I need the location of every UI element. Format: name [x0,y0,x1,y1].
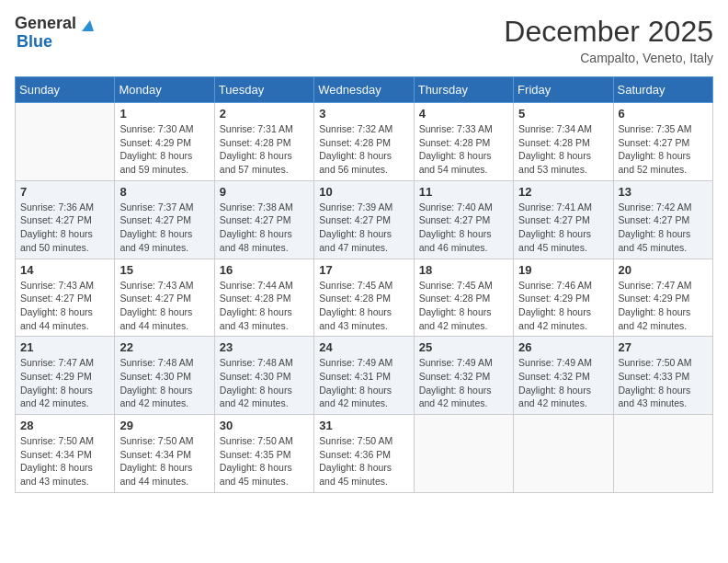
day-info: Sunrise: 7:39 AMSunset: 4:27 PMDaylight:… [319,201,408,255]
day-number: 28 [20,419,109,432]
calendar-day-cell: 25Sunrise: 7:49 AMSunset: 4:32 PMDayligh… [414,337,513,415]
day-number: 10 [319,185,408,199]
day-number: 15 [119,263,209,277]
day-info: Sunrise: 7:36 AMSunset: 4:27 PMDaylight:… [20,201,109,255]
day-number: 2 [220,107,309,121]
calendar-day-cell [613,415,712,493]
day-number: 4 [419,107,508,121]
logo-blue: Blue [17,33,52,52]
day-info: Sunrise: 7:37 AMSunset: 4:27 PMDaylight:… [119,201,209,255]
day-number: 14 [20,263,109,277]
calendar-day-cell: 19Sunrise: 7:46 AMSunset: 4:29 PMDayligh… [514,259,613,337]
day-info: Sunrise: 7:47 AMSunset: 4:29 PMDaylight:… [20,356,109,410]
day-number: 19 [518,263,608,277]
calendar-day-cell: 28Sunrise: 7:50 AMSunset: 4:34 PMDayligh… [16,415,115,493]
calendar-day-cell: 16Sunrise: 7:44 AMSunset: 4:28 PMDayligh… [214,259,313,337]
calendar-week-row: 7Sunrise: 7:36 AMSunset: 4:27 PMDaylight… [16,180,713,259]
month-year: December 2025 [504,15,713,49]
day-number: 22 [119,340,209,354]
calendar-week-row: 21Sunrise: 7:47 AMSunset: 4:29 PMDayligh… [16,337,713,415]
calendar-day-cell: 15Sunrise: 7:43 AMSunset: 4:27 PMDayligh… [115,259,214,337]
calendar-day-cell: 12Sunrise: 7:41 AMSunset: 4:27 PMDayligh… [514,180,613,259]
day-of-week-header: Friday [514,77,613,103]
day-number: 29 [119,419,209,432]
day-number: 16 [220,263,309,277]
logo: General Blue [15,15,94,52]
day-number: 30 [220,419,309,432]
calendar-day-cell: 29Sunrise: 7:50 AMSunset: 4:34 PMDayligh… [115,415,214,493]
day-info: Sunrise: 7:44 AMSunset: 4:28 PMDaylight:… [220,279,309,333]
day-info: Sunrise: 7:45 AMSunset: 4:28 PMDaylight:… [419,279,508,333]
day-info: Sunrise: 7:50 AMSunset: 4:34 PMDaylight:… [119,434,209,488]
day-info: Sunrise: 7:50 AMSunset: 4:33 PMDaylight:… [619,356,708,410]
day-info: Sunrise: 7:40 AMSunset: 4:27 PMDaylight:… [419,201,508,255]
calendar-day-cell: 7Sunrise: 7:36 AMSunset: 4:27 PMDaylight… [16,180,115,259]
day-info: Sunrise: 7:30 AMSunset: 4:29 PMDaylight:… [119,122,209,177]
day-number: 7 [20,185,109,199]
calendar-day-cell: 3Sunrise: 7:32 AMSunset: 4:28 PMDaylight… [314,103,414,181]
logo-icon [77,17,94,33]
calendar-week-row: 28Sunrise: 7:50 AMSunset: 4:34 PMDayligh… [16,415,713,493]
day-number: 21 [20,340,109,354]
day-of-week-header: Wednesday [314,77,414,103]
calendar-day-cell: 8Sunrise: 7:37 AMSunset: 4:27 PMDaylight… [115,180,214,259]
calendar-week-row: 1Sunrise: 7:30 AMSunset: 4:29 PMDaylight… [16,103,713,181]
day-info: Sunrise: 7:49 AMSunset: 4:32 PMDaylight:… [419,356,508,410]
calendar-day-cell: 5Sunrise: 7:34 AMSunset: 4:28 PMDaylight… [514,103,613,181]
calendar-day-cell: 11Sunrise: 7:40 AMSunset: 4:27 PMDayligh… [414,180,513,259]
calendar-day-cell: 31Sunrise: 7:50 AMSunset: 4:36 PMDayligh… [314,415,414,493]
day-number: 12 [518,185,608,199]
day-info: Sunrise: 7:48 AMSunset: 4:30 PMDaylight:… [220,356,309,410]
page-header: General Blue December 2025 Campalto, Ven… [15,15,713,65]
day-info: Sunrise: 7:43 AMSunset: 4:27 PMDaylight:… [20,279,109,333]
day-number: 1 [119,107,209,121]
day-number: 20 [619,263,708,277]
day-number: 6 [619,107,708,121]
calendar-day-cell: 22Sunrise: 7:48 AMSunset: 4:30 PMDayligh… [115,337,214,415]
day-number: 27 [619,340,708,354]
calendar-day-cell: 4Sunrise: 7:33 AMSunset: 4:28 PMDaylight… [414,103,513,181]
day-number: 24 [319,340,408,354]
day-info: Sunrise: 7:38 AMSunset: 4:27 PMDaylight:… [220,201,309,255]
day-info: Sunrise: 7:50 AMSunset: 4:36 PMDaylight:… [319,434,408,488]
day-info: Sunrise: 7:43 AMSunset: 4:27 PMDaylight:… [119,279,209,333]
calendar-day-cell: 14Sunrise: 7:43 AMSunset: 4:27 PMDayligh… [16,259,115,337]
day-info: Sunrise: 7:33 AMSunset: 4:28 PMDaylight:… [419,122,508,177]
day-info: Sunrise: 7:32 AMSunset: 4:28 PMDaylight:… [319,122,408,177]
day-info: Sunrise: 7:45 AMSunset: 4:28 PMDaylight:… [319,279,408,333]
day-info: Sunrise: 7:42 AMSunset: 4:27 PMDaylight:… [619,201,708,255]
day-info: Sunrise: 7:41 AMSunset: 4:27 PMDaylight:… [518,201,608,255]
day-info: Sunrise: 7:34 AMSunset: 4:28 PMDaylight:… [518,122,608,177]
calendar-day-cell: 1Sunrise: 7:30 AMSunset: 4:29 PMDaylight… [115,103,214,181]
calendar-day-cell: 23Sunrise: 7:48 AMSunset: 4:30 PMDayligh… [214,337,313,415]
calendar-day-cell: 9Sunrise: 7:38 AMSunset: 4:27 PMDaylight… [214,180,313,259]
calendar-day-cell: 10Sunrise: 7:39 AMSunset: 4:27 PMDayligh… [314,180,414,259]
calendar-day-cell: 17Sunrise: 7:45 AMSunset: 4:28 PMDayligh… [314,259,414,337]
day-info: Sunrise: 7:49 AMSunset: 4:31 PMDaylight:… [319,356,408,410]
calendar-day-cell [514,415,613,493]
day-number: 17 [319,263,408,277]
day-of-week-header: Tuesday [214,77,313,103]
day-of-week-header: Thursday [414,77,513,103]
day-info: Sunrise: 7:35 AMSunset: 4:27 PMDaylight:… [619,122,708,177]
day-info: Sunrise: 7:50 AMSunset: 4:35 PMDaylight:… [220,434,309,488]
day-info: Sunrise: 7:49 AMSunset: 4:32 PMDaylight:… [518,356,608,410]
calendar-day-cell: 24Sunrise: 7:49 AMSunset: 4:31 PMDayligh… [314,337,414,415]
day-number: 18 [419,263,508,277]
calendar-day-cell: 20Sunrise: 7:47 AMSunset: 4:29 PMDayligh… [613,259,712,337]
calendar-header-row: SundayMondayTuesdayWednesdayThursdayFrid… [16,77,713,103]
day-of-week-header: Monday [115,77,214,103]
calendar-day-cell: 26Sunrise: 7:49 AMSunset: 4:32 PMDayligh… [514,337,613,415]
calendar-day-cell: 18Sunrise: 7:45 AMSunset: 4:28 PMDayligh… [414,259,513,337]
day-of-week-header: Saturday [613,77,712,103]
day-number: 13 [619,185,708,199]
title-block: December 2025 Campalto, Veneto, Italy [504,15,713,65]
day-info: Sunrise: 7:46 AMSunset: 4:29 PMDaylight:… [518,279,608,333]
day-number: 3 [319,107,408,121]
calendar-table: SundayMondayTuesdayWednesdayThursdayFrid… [15,76,713,493]
calendar-day-cell [414,415,513,493]
calendar-day-cell: 21Sunrise: 7:47 AMSunset: 4:29 PMDayligh… [16,337,115,415]
calendar-day-cell: 27Sunrise: 7:50 AMSunset: 4:33 PMDayligh… [613,337,712,415]
svg-marker-0 [82,20,94,31]
day-number: 25 [419,340,508,354]
